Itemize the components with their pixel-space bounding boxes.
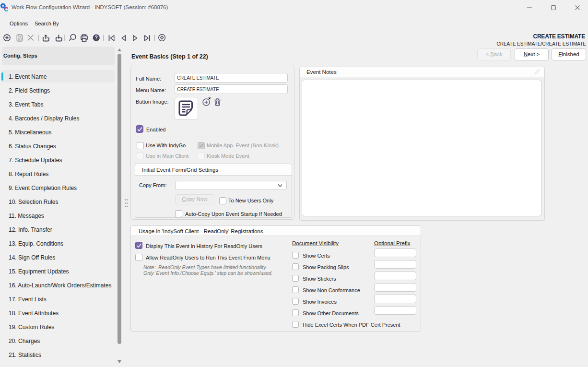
svg-text:?: ? [94, 35, 97, 40]
